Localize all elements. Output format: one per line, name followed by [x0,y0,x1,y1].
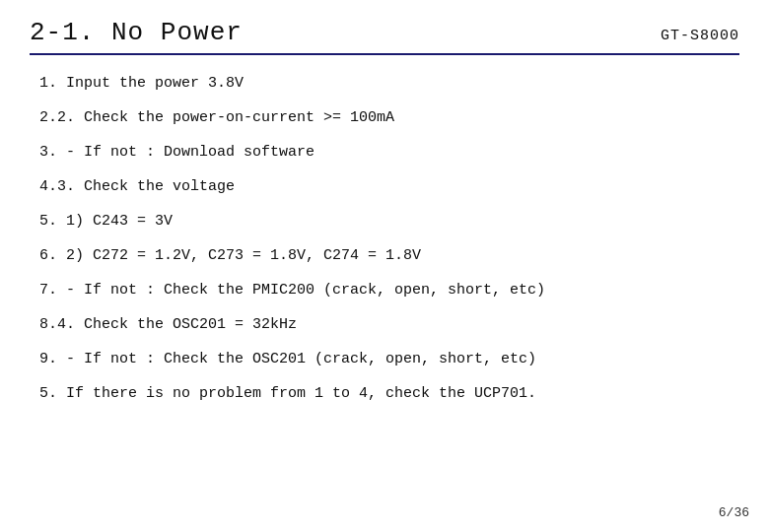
step-item: 5. If there is no problem from 1 to 4, c… [39,383,739,404]
content-area: 1. Input the power 3.8V2.2. Check the po… [30,73,739,404]
step-item: 9. - If not : Check the OSC201 (crack, o… [39,349,739,369]
model-number: GT-S8000 [661,28,739,44]
step-item: 7. - If not : Check the PMIC200 (crack, … [39,280,739,300]
step-item: 5. 1) C243 = 3V [39,211,739,232]
step-item: 1. Input the power 3.8V [39,73,739,94]
page-container: 2-1. No Power GT-S8000 1. Input the powe… [0,0,769,532]
step-item: 8.4. Check the OSC201 = 32kHz [39,314,739,335]
step-item: 4.3. Check the voltage [39,176,739,197]
step-item: 3. - If not : Download software [39,142,739,163]
step-item: 2.2. Check the power-on-current >= 100mA [39,107,739,128]
page-number: 6/36 [719,505,749,520]
step-item: 6. 2) C272 = 1.2V, C273 = 1.8V, C274 = 1… [39,245,739,266]
page-title: 2-1. No Power [30,18,243,47]
page-header: 2-1. No Power GT-S8000 [30,18,739,55]
